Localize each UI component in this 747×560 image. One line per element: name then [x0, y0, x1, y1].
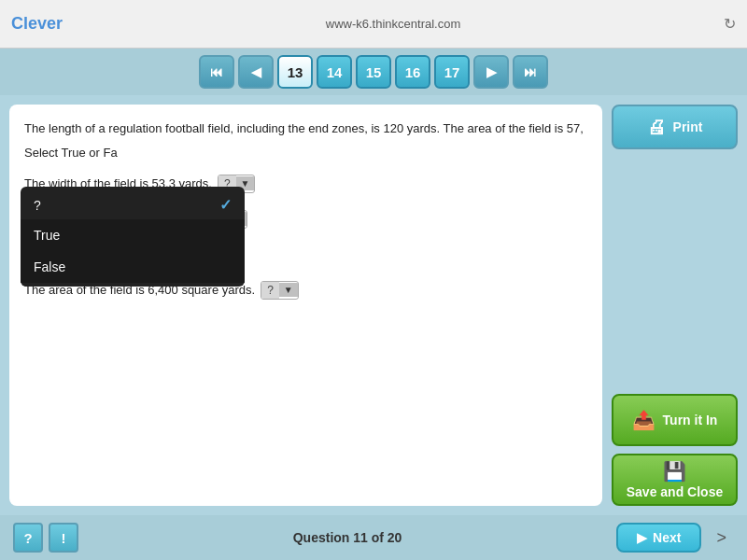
bottom-bar: ? ! Question 11 of 20 ▶ Next >: [0, 515, 747, 560]
print-icon: 🖨: [647, 117, 666, 138]
browser-nav-right[interactable]: >: [709, 525, 734, 552]
turnin-button[interactable]: 📤 Turn it In: [612, 394, 738, 446]
nav-page-14[interactable]: 14: [317, 55, 352, 89]
nav-page-16[interactable]: 16: [395, 55, 430, 89]
print-label: Print: [673, 119, 703, 134]
instruction-text: Select True or Fa: [24, 146, 587, 160]
clever-logo: Clever: [11, 14, 63, 34]
save-close-label: Save and Close: [627, 484, 724, 499]
main-area: ? ✓ True False The length of a regulatio…: [0, 95, 747, 515]
dropdown-arrow-4: ▼: [279, 283, 298, 297]
next-label: Next: [653, 530, 681, 545]
popup-header: ? ✓: [21, 190, 245, 219]
print-button[interactable]: 🖨 Print: [612, 105, 738, 149]
question-counter: Question 11 of 20: [293, 530, 402, 545]
dropdown-q-4: ?: [261, 282, 279, 299]
top-bar: Clever www-k6.thinkcentral.com ↻: [0, 0, 747, 49]
dropdown-popup[interactable]: ? ✓ True False: [21, 187, 245, 287]
help-button[interactable]: ?: [13, 523, 43, 553]
question-panel: ? ✓ True False The length of a regulatio…: [9, 105, 602, 506]
popup-check-icon: ✓: [219, 196, 232, 214]
site-url: www-k6.thinkcentral.com: [326, 17, 461, 31]
next-button[interactable]: ▶ Next: [616, 523, 701, 553]
nav-next-button[interactable]: ▶: [473, 55, 509, 89]
bottom-left-controls: ? !: [13, 523, 78, 553]
refresh-icon[interactable]: ↻: [724, 15, 736, 33]
nav-last-button[interactable]: ⏭: [513, 55, 548, 89]
nav-prev-button[interactable]: ◀: [238, 55, 274, 89]
question-text: The length of a regulation football fiel…: [24, 119, 587, 138]
popup-question-mark: ?: [34, 198, 41, 213]
alert-button[interactable]: !: [49, 523, 78, 553]
turnin-icon: 📤: [632, 409, 655, 431]
nav-first-button[interactable]: ⏮: [199, 55, 234, 89]
dropdown-4[interactable]: ? ▼: [261, 281, 299, 300]
nav-page-13[interactable]: 13: [277, 55, 313, 89]
right-sidebar: 🖨 Print 📤 Turn it In 💾 Save and Close: [612, 105, 738, 506]
nav-bar: ⏮ ◀ 13 14 15 16 17 ▶ ⏭: [0, 49, 747, 95]
save-icon: 💾: [663, 460, 686, 483]
nav-page-17[interactable]: 17: [434, 55, 470, 89]
save-close-button[interactable]: 💾 Save and Close: [612, 454, 738, 506]
turnin-label: Turn it In: [663, 413, 718, 427]
next-icon: ▶: [637, 530, 647, 545]
popup-false-option[interactable]: False: [21, 251, 245, 283]
popup-true-option[interactable]: True: [21, 219, 245, 251]
nav-page-15[interactable]: 15: [356, 55, 391, 89]
